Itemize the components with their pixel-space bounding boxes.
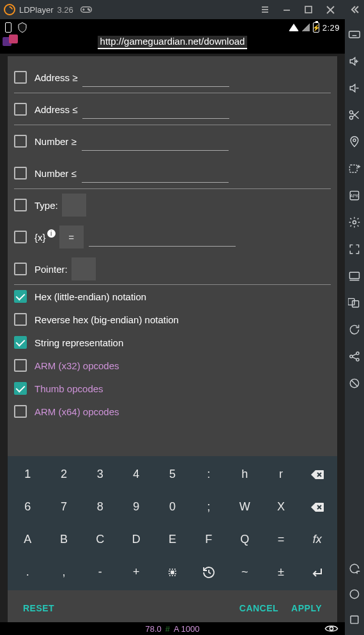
nav-back-button[interactable] [348, 562, 361, 575]
option-label: Thumb opcodes [34, 383, 103, 394]
minimize-button[interactable] [276, 0, 298, 19]
cancel-button[interactable]: CANCEL [233, 599, 285, 617]
key-.[interactable]: . [11, 558, 44, 586]
key-7[interactable]: 7 [48, 493, 80, 521]
info-icon[interactable]: i [47, 229, 56, 238]
url-text[interactable]: http://gameguardian.net/download [98, 36, 248, 49]
option-checkbox[interactable] [14, 359, 27, 372]
app-version: 3.26 [57, 5, 73, 15]
key-bksp-icon[interactable] [301, 493, 333, 521]
pointer-selector[interactable] [72, 257, 96, 280]
volume-down-icon[interactable] [348, 82, 361, 95]
key-Q[interactable]: Q [229, 525, 261, 554]
key-r[interactable]: r [265, 460, 298, 489]
key-+[interactable]: + [120, 558, 153, 586]
checkbox-pointer[interactable] [14, 263, 27, 275]
key-bksp-icon[interactable] [301, 460, 333, 489]
share-icon[interactable] [348, 350, 361, 363]
collapse-toolbar-button[interactable] [345, 0, 364, 19]
checkbox-set[interactable] [14, 231, 27, 243]
key-5[interactable]: 5 [156, 460, 189, 489]
key-enter-icon[interactable] [301, 558, 333, 586]
key-~[interactable]: ~ [229, 558, 261, 586]
key-E[interactable]: E [156, 525, 189, 554]
input-set[interactable] [89, 227, 236, 247]
input-address-le[interactable] [82, 100, 229, 119]
option-checkbox[interactable] [14, 313, 27, 326]
url-bar: http://gameguardian.net/download [0, 36, 345, 54]
option-row[interactable]: ARM (x64) opcodes [14, 400, 331, 423]
key-9[interactable]: 9 [120, 493, 153, 521]
checkbox-address-le[interactable] [14, 103, 27, 116]
no-rotate-icon[interactable] [348, 377, 361, 390]
input-address-ge[interactable] [82, 68, 229, 87]
scissors-icon[interactable] [348, 109, 361, 121]
input-number-le[interactable] [82, 164, 229, 183]
option-row[interactable]: String representation [14, 331, 331, 354]
gamepad-icon[interactable] [80, 5, 93, 14]
key-1[interactable]: 1 [11, 460, 44, 489]
key-F[interactable]: F [192, 525, 225, 554]
key-fx[interactable]: fx [301, 525, 333, 554]
option-label: Hex (little-endian) notation [34, 291, 146, 302]
copy-icon[interactable] [348, 296, 361, 309]
close-button[interactable] [319, 0, 341, 19]
visibility-icon[interactable] [324, 624, 338, 633]
row-address-ge: Address ≥ [14, 61, 331, 93]
key-6[interactable]: 6 [11, 493, 44, 521]
option-checkbox[interactable] [14, 336, 27, 349]
key-,[interactable]: , [48, 558, 80, 586]
display-icon[interactable] [348, 270, 361, 282]
key-W[interactable]: W [229, 493, 261, 521]
checkbox-address-ge[interactable] [14, 71, 27, 84]
key-B[interactable]: B [48, 525, 80, 554]
key--[interactable]: - [84, 558, 116, 586]
key-sel-icon[interactable] [156, 558, 189, 586]
key-:[interactable]: : [192, 460, 225, 489]
set-op[interactable]: = [59, 226, 84, 249]
input-number-ge[interactable] [82, 132, 229, 151]
option-checkbox[interactable] [14, 382, 27, 395]
key-;[interactable]: ; [192, 493, 225, 521]
type-selector[interactable] [62, 194, 86, 217]
key-X[interactable]: X [265, 493, 298, 521]
reset-button[interactable]: RESET [17, 599, 61, 617]
key-±[interactable]: ± [265, 558, 298, 586]
apply-button[interactable]: APPLY [285, 599, 328, 617]
key-2[interactable]: 2 [48, 460, 80, 489]
fullscreen-icon[interactable] [348, 243, 361, 256]
svg-rect-45 [353, 301, 359, 307]
key-h[interactable]: h [229, 460, 261, 489]
key-D[interactable]: D [120, 525, 153, 554]
option-checkbox[interactable] [14, 405, 27, 418]
option-row[interactable]: Reverse hex (big-endian) notation [14, 308, 331, 331]
key-0[interactable]: 0 [156, 493, 189, 521]
option-row[interactable]: Thumb opcodes [14, 377, 331, 400]
settings-icon[interactable] [348, 216, 361, 229]
rotate-icon[interactable] [348, 323, 361, 336]
key-=[interactable]: = [265, 525, 298, 554]
option-row[interactable]: Hex (little-endian) notation [14, 285, 331, 308]
key-4[interactable]: 4 [120, 460, 153, 489]
menu-button[interactable] [254, 0, 276, 19]
option-checkbox[interactable] [14, 290, 27, 303]
android-status-bar: ⚡ 2:29 [0, 19, 345, 36]
add-window-icon[interactable] [348, 162, 361, 175]
key-A[interactable]: A [11, 525, 44, 554]
key-8[interactable]: 8 [84, 493, 116, 521]
key-hist-icon[interactable] [192, 558, 225, 586]
checkbox-number-le[interactable] [14, 167, 27, 180]
location-icon[interactable] [348, 135, 361, 148]
keyboard-icon[interactable] [348, 28, 361, 41]
key-3[interactable]: 3 [84, 460, 116, 489]
status-footer: 78.0 # A 1000 [0, 622, 345, 635]
option-row[interactable]: ARM (x32) opcodes [14, 354, 331, 377]
checkbox-type[interactable] [14, 199, 27, 211]
maximize-button[interactable] [298, 0, 319, 19]
checkbox-number-ge[interactable] [14, 135, 27, 148]
nav-recents-button[interactable] [348, 613, 361, 626]
apk-icon[interactable]: APK [348, 189, 361, 202]
key-C[interactable]: C [84, 525, 116, 554]
nav-home-button[interactable] [348, 588, 361, 601]
volume-up-icon[interactable] [348, 55, 361, 68]
